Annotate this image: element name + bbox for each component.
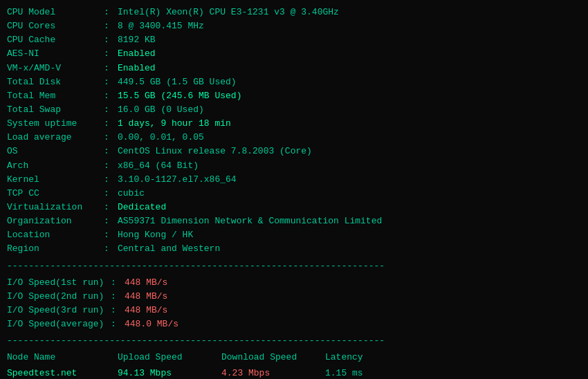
io-row: I/O Speed(average) : 448.0 MB/s xyxy=(7,317,581,331)
io-value: 448 MB/s xyxy=(125,304,167,317)
network-header-row: Node NameUpload SpeedDownload SpeedLaten… xyxy=(7,351,581,364)
divider-1: ----------------------------------------… xyxy=(7,259,581,273)
info-value: 449.5 GB (1.5 GB Used) xyxy=(118,75,237,89)
system-info-row: Kernel : 3.10.0-1127.el7.x86_64 xyxy=(7,173,581,187)
io-label: I/O Speed(2nd run) xyxy=(7,290,111,304)
io-colon: : xyxy=(111,276,125,290)
io-label: I/O Speed(1st run) xyxy=(7,276,111,290)
info-value: 8 @ 3400.415 MHz xyxy=(118,19,204,33)
system-info-row: CPU Model : Intel(R) Xeon(R) CPU E3-1231… xyxy=(7,6,581,19)
system-info-row: Location : Hong Kong / HK xyxy=(7,228,581,242)
network-header-download: Download Speed xyxy=(221,351,325,364)
io-label: I/O Speed(average) xyxy=(7,317,111,331)
info-label: CPU Cores xyxy=(7,19,104,33)
system-info-row: Arch : x86_64 (64 Bit) xyxy=(7,159,581,173)
info-label: Kernel xyxy=(7,173,104,187)
divider-2: ----------------------------------------… xyxy=(7,334,581,348)
io-colon: : xyxy=(111,304,125,317)
info-colon: : xyxy=(104,19,118,33)
system-info-row: VM-x/AMD-V : Enabled xyxy=(7,62,581,75)
info-colon: : xyxy=(104,228,118,242)
system-info-row: AES-NI : Enabled xyxy=(7,47,581,61)
io-value: 448 MB/s xyxy=(125,276,167,290)
info-value: Hong Kong / HK xyxy=(118,228,193,242)
info-value: cubic xyxy=(118,187,145,201)
network-header-node: Node Name xyxy=(7,351,118,364)
info-label: VM-x/AMD-V xyxy=(7,62,104,75)
info-value: 1 days, 9 hour 18 min xyxy=(118,117,231,131)
network-speed-table: Node NameUpload SpeedDownload SpeedLaten… xyxy=(7,351,581,379)
system-info-row: OS : CentOS Linux release 7.8.2003 (Core… xyxy=(7,145,581,158)
info-colon: : xyxy=(104,131,118,145)
io-colon: : xyxy=(111,317,125,331)
system-info-row: TCP CC : cubic xyxy=(7,187,581,201)
info-colon: : xyxy=(104,201,118,214)
info-value: Enabled xyxy=(118,62,156,75)
info-label: CPU Cache xyxy=(7,33,104,47)
io-value: 448.0 MB/s xyxy=(125,317,178,331)
info-label: Virtualization xyxy=(7,201,104,214)
system-info-row: Region : Central and Western xyxy=(7,242,581,256)
system-info-row: Total Mem : 15.5 GB (245.6 MB Used) xyxy=(7,89,581,103)
system-info-row: Organization : AS59371 Dimension Network… xyxy=(7,214,581,228)
info-label: Load average xyxy=(7,131,104,145)
system-info-row: Virtualization : Dedicated xyxy=(7,201,581,214)
network-header-latency: Latency xyxy=(325,351,394,364)
network-header-upload: Upload Speed xyxy=(118,351,221,364)
info-label: CPU Model xyxy=(7,6,104,19)
info-colon: : xyxy=(104,173,118,187)
info-colon: : xyxy=(104,103,118,117)
info-label: AES-NI xyxy=(7,47,104,61)
info-value: Enabled xyxy=(118,47,156,61)
info-value: 0.00, 0.01, 0.05 xyxy=(118,131,204,145)
io-label: I/O Speed(3rd run) xyxy=(7,304,111,317)
info-colon: : xyxy=(104,117,118,131)
info-colon: : xyxy=(104,6,118,19)
info-value: x86_64 (64 Bit) xyxy=(118,159,199,173)
network-cell-upload: 94.13 Mbps xyxy=(118,367,221,379)
info-label: Region xyxy=(7,242,104,256)
info-colon: : xyxy=(104,89,118,103)
io-row: I/O Speed(2nd run) : 448 MB/s xyxy=(7,290,581,304)
info-label: Total Swap xyxy=(7,103,104,117)
info-value: 15.5 GB (245.6 MB Used) xyxy=(118,89,241,103)
info-label: OS xyxy=(7,145,104,158)
network-cell-latency: 1.15 ms xyxy=(325,367,394,379)
system-info-row: System uptime : 1 days, 9 hour 18 min xyxy=(7,117,581,131)
system-info-table: CPU Model : Intel(R) Xeon(R) CPU E3-1231… xyxy=(7,6,581,257)
info-label: Total Mem xyxy=(7,89,104,103)
info-colon: : xyxy=(104,33,118,47)
info-label: Total Disk xyxy=(7,75,104,89)
terminal-output: CPU Model : Intel(R) Xeon(R) CPU E3-1231… xyxy=(7,6,581,379)
info-value: Dedicated xyxy=(118,201,166,214)
info-label: Arch xyxy=(7,159,104,173)
info-value: CentOS Linux release 7.8.2003 (Core) xyxy=(118,145,312,158)
io-speed-section: I/O Speed(1st run) : 448 MB/sI/O Speed(2… xyxy=(7,276,581,332)
info-value: Intel(R) Xeon(R) CPU E3-1231 v3 @ 3.40GH… xyxy=(118,6,339,19)
info-value: 8192 KB xyxy=(118,33,156,47)
info-value: 3.10.0-1127.el7.x86_64 xyxy=(118,173,237,187)
info-value: Central and Western xyxy=(118,242,220,256)
info-label: Location xyxy=(7,228,104,242)
io-value: 448 MB/s xyxy=(125,290,167,304)
system-info-row: CPU Cores : 8 @ 3400.415 MHz xyxy=(7,19,581,33)
info-label: TCP CC xyxy=(7,187,104,201)
info-label: Organization xyxy=(7,214,104,228)
system-info-row: CPU Cache : 8192 KB xyxy=(7,33,581,47)
info-colon: : xyxy=(104,242,118,256)
io-row: I/O Speed(3rd run) : 448 MB/s xyxy=(7,304,581,317)
info-value: AS59371 Dimension Network & Communicatio… xyxy=(118,214,382,228)
info-colon: : xyxy=(104,159,118,173)
info-colon: : xyxy=(104,145,118,158)
network-data-row: Speedtest.net94.13 Mbps4.23 Mbps1.15 ms xyxy=(7,367,581,379)
system-info-row: Total Disk : 449.5 GB (1.5 GB Used) xyxy=(7,75,581,89)
info-colon: : xyxy=(104,75,118,89)
io-colon: : xyxy=(111,290,125,304)
system-info-row: Load average : 0.00, 0.01, 0.05 xyxy=(7,131,581,145)
network-cell-download: 4.23 Mbps xyxy=(221,367,325,379)
info-colon: : xyxy=(104,62,118,75)
info-value: 16.0 GB (0 Used) xyxy=(118,103,204,117)
io-row: I/O Speed(1st run) : 448 MB/s xyxy=(7,276,581,290)
info-colon: : xyxy=(104,214,118,228)
info-label: System uptime xyxy=(7,117,104,131)
